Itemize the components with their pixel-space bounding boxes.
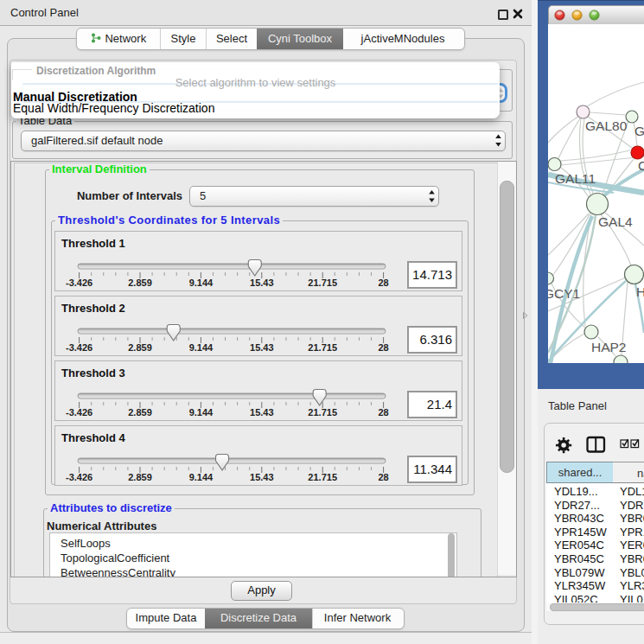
svg-text:H: H bbox=[636, 284, 644, 299]
svg-text:HAP2: HAP2 bbox=[591, 340, 627, 354]
svg-text:GCY1: GCY1 bbox=[548, 286, 580, 301]
svg-text:GAL11: GAL11 bbox=[555, 171, 596, 186]
svg-text:C: C bbox=[638, 158, 644, 173]
svg-text:GAL80: GAL80 bbox=[585, 118, 628, 133]
svg-text:GAL4: GAL4 bbox=[598, 214, 633, 229]
svg-text:GA: GA bbox=[634, 124, 644, 138]
